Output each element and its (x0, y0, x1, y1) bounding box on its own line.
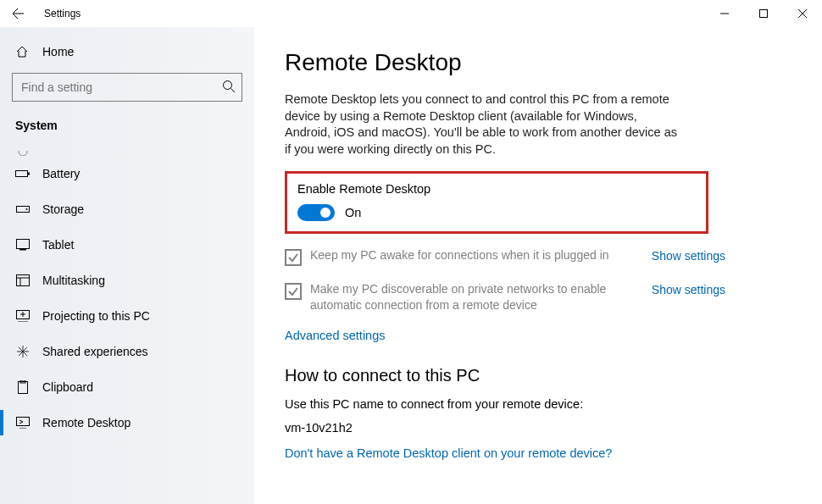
home-icon (15, 45, 31, 58)
sidebar-item-label: Projecting to this PC (42, 309, 150, 323)
svg-rect-3 (16, 171, 28, 177)
page-description: Remote Desktop lets you connect to and c… (285, 91, 683, 158)
multitasking-icon (15, 274, 31, 286)
sidebar-item-power[interactable] (0, 141, 254, 156)
sidebar-item-remote-desktop[interactable]: Remote Desktop (0, 405, 254, 440)
projecting-icon (15, 310, 31, 322)
sidebar-item-clipboard[interactable]: Clipboard (0, 369, 254, 405)
sidebar-item-shared[interactable]: Shared experiences (0, 334, 254, 369)
enable-remote-desktop-section: Enable Remote Desktop On (285, 171, 708, 234)
window-title: Settings (44, 8, 81, 19)
checkbox-keep-awake[interactable] (285, 249, 302, 266)
enable-toggle[interactable] (297, 204, 335, 221)
maximize-button[interactable] (744, 0, 783, 27)
sidebar-item-label: Battery (42, 167, 80, 180)
checkmark-icon (287, 252, 299, 263)
shared-icon (15, 345, 31, 358)
sidebar-item-projecting[interactable]: Projecting to this PC (0, 298, 254, 334)
content-area: Remote Desktop Remote Desktop lets you c… (254, 27, 822, 504)
sidebar-item-label: Shared experiences (42, 345, 148, 358)
sidebar-item-multitasking[interactable]: Multitasking (0, 263, 254, 298)
sidebar-home-label: Home (42, 45, 74, 58)
battery-icon (15, 169, 31, 179)
connect-instruction: Use this PC name to connect from your re… (285, 397, 791, 411)
pc-name: vm-10v21h2 (285, 421, 791, 435)
svg-rect-0 (760, 10, 768, 18)
advanced-settings-link[interactable]: Advanced settings (285, 329, 386, 342)
svg-rect-8 (19, 249, 26, 251)
svg-rect-4 (28, 173, 30, 175)
option-discoverable: Make my PC discoverable on private netwo… (285, 281, 725, 313)
maximize-icon (759, 9, 768, 18)
minimize-button[interactable] (705, 0, 744, 27)
sidebar-item-label: Remote Desktop (42, 416, 131, 429)
close-button[interactable] (783, 0, 822, 27)
remote-desktop-icon (15, 417, 31, 429)
svg-rect-7 (17, 240, 30, 249)
sidebar-item-label: Clipboard (42, 380, 93, 394)
sidebar-item-label: Storage (42, 202, 84, 216)
svg-point-6 (26, 208, 28, 210)
svg-rect-9 (17, 275, 30, 286)
sidebar-item-tablet[interactable]: Tablet (0, 227, 254, 263)
storage-icon (15, 204, 31, 214)
sidebar-item-storage[interactable]: Storage (0, 191, 254, 227)
page-title: Remote Desktop (285, 49, 791, 76)
sidebar-section-label: System (0, 114, 254, 141)
sidebar-item-battery[interactable]: Battery (0, 156, 254, 191)
svg-point-1 (224, 81, 232, 90)
svg-rect-11 (19, 382, 28, 394)
sidebar-home[interactable]: Home (0, 36, 254, 68)
search-input[interactable] (12, 73, 242, 102)
tablet-icon (15, 239, 31, 251)
close-icon (798, 9, 807, 18)
option-keep-awake: Keep my PC awake for connections when it… (285, 247, 725, 266)
search-wrap (12, 73, 242, 102)
arrow-left-icon (11, 7, 25, 20)
enable-label: Enable Remote Desktop (297, 182, 696, 196)
show-settings-link[interactable]: Show settings (652, 249, 725, 263)
checkbox-discoverable[interactable] (285, 283, 302, 300)
enable-state: On (345, 206, 361, 219)
help-link[interactable]: Don't have a Remote Desktop client on yo… (285, 446, 612, 460)
show-settings-link[interactable]: Show settings (652, 283, 725, 296)
sidebar-item-label: Tablet (42, 238, 74, 252)
back-button[interactable] (0, 0, 36, 27)
sidebar: Home System Battery Storage Tablet (0, 27, 254, 504)
titlebar: Settings (0, 0, 822, 27)
option-text: Keep my PC awake for connections when it… (310, 247, 643, 263)
connect-heading: How to connect to this PC (285, 366, 791, 385)
search-icon (222, 80, 236, 93)
minimize-icon (720, 9, 729, 18)
sidebar-item-label: Multitasking (42, 274, 105, 287)
option-text: Make my PC discoverable on private netwo… (310, 281, 643, 313)
checkmark-icon (287, 285, 299, 297)
clipboard-icon (15, 380, 31, 394)
